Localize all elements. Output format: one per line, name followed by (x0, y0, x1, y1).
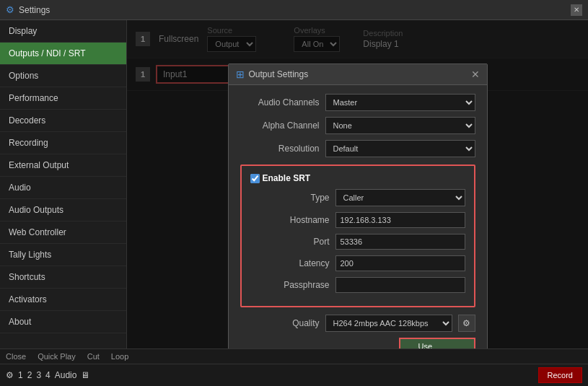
bottom-bar: Close Quick Play Cut Loop ⚙ 1 2 3 4 Audi… (0, 348, 588, 386)
srt-latency-label: Latency (250, 258, 330, 268)
sidebar-item-audio[interactable]: Audio (0, 177, 126, 199)
srt-passphrase-input[interactable] (335, 277, 465, 293)
srt-port-label: Port (250, 237, 330, 247)
srt-port-row: Port (250, 234, 465, 250)
sidebar-item-about[interactable]: About (0, 311, 126, 333)
quality-gear-button[interactable]: ⚙ (458, 315, 475, 332)
sidebar-item-recording[interactable]: Recording (0, 132, 126, 154)
srt-hostname-label: Hostname (250, 215, 330, 225)
quality-row: Quality H264 2mbps AAC 128kbps ⚙ (240, 315, 475, 332)
audio-channels-row: Audio Channels Master (240, 94, 475, 111)
record-button[interactable]: Record (538, 367, 582, 383)
bottom-audio-label: Audio (55, 370, 77, 380)
bottom-label-cut: Cut (87, 352, 100, 361)
bottom-bar-bottom: ⚙ 1 2 3 4 Audio 🖥 Record (0, 364, 588, 386)
grid-icon: ⊞ (236, 69, 245, 80)
srt-section: Enable SRT Type Caller Hostname (240, 165, 475, 307)
bottom-monitor-icon: 🖥 (81, 370, 89, 380)
settings-icon: ⚙ (6, 4, 14, 15)
srt-type-row: Type Caller (250, 189, 465, 206)
window-title: Settings (19, 5, 571, 15)
sidebar-item-display[interactable]: Display (0, 20, 126, 43)
close-window-button[interactable]: ✕ (571, 4, 582, 16)
modal-titlebar: ⊞ Output Settings ✕ (229, 64, 487, 85)
quality-select[interactable]: H264 2mbps AAC 128kbps (325, 315, 452, 332)
sidebar-item-tally-lights[interactable]: Tally Lights (0, 244, 126, 266)
quality-label: Quality (240, 318, 320, 328)
srt-header: Enable SRT (250, 173, 465, 183)
bottom-num-4: 4 (45, 370, 51, 380)
audio-channels-label: Audio Channels (240, 97, 320, 108)
modal-title-text: ⊞ Output Settings (236, 69, 309, 80)
sidebar-item-performance[interactable]: Performance (0, 87, 126, 110)
bottom-num-3: 3 (36, 370, 41, 380)
content-area: 1 Fullscreen Source Output Overlays All … (127, 20, 588, 386)
modal-title: Output Settings (249, 69, 309, 79)
srt-type-select[interactable]: Caller (335, 189, 465, 206)
audio-channels-select[interactable]: Master (325, 94, 475, 111)
window-controls: ✕ (571, 4, 582, 16)
sidebar-item-shortcuts[interactable]: Shortcuts (0, 266, 126, 289)
srt-hostname-input[interactable] (335, 212, 465, 228)
srt-port-input[interactable] (335, 234, 465, 250)
sidebar-item-options[interactable]: Options (0, 65, 126, 87)
modal-overlay: ⊞ Output Settings ✕ Audio Channels Maste… (127, 20, 588, 386)
alpha-channel-label: Alpha Channel (240, 120, 320, 131)
sidebar-item-activators[interactable]: Activators (0, 289, 126, 311)
bottom-label-close: Close (6, 352, 26, 361)
sidebar: Display Outputs / NDI / SRT Options Perf… (0, 20, 127, 386)
alpha-channel-select[interactable]: None (325, 117, 475, 134)
srt-passphrase-label: Passphrase (250, 280, 330, 290)
modal-close-button[interactable]: ✕ (471, 69, 480, 80)
sidebar-item-outputs[interactable]: Outputs / NDI / SRT (0, 43, 126, 65)
resolution-select[interactable]: Default (325, 140, 475, 157)
sidebar-item-web-controller[interactable]: Web Controller (0, 221, 126, 244)
bottom-label-quickplay: Quick Play (38, 352, 76, 361)
sidebar-item-decoders[interactable]: Decoders (0, 110, 126, 132)
resolution-label: Resolution (240, 144, 320, 154)
bottom-label-loop: Loop (111, 352, 128, 361)
quality-gear-icon: ⚙ (462, 318, 470, 328)
resolution-row: Resolution Default (240, 140, 475, 157)
bottom-num-1: 1 (18, 370, 23, 380)
bottom-bar-top: Close Quick Play Cut Loop (0, 349, 588, 364)
modal-body: Audio Channels Master Alpha Channel None (229, 85, 487, 381)
main-layout: Display Outputs / NDI / SRT Options Perf… (0, 20, 588, 386)
srt-latency-row: Latency (250, 255, 465, 271)
bottom-num-2: 2 (27, 370, 32, 380)
alpha-channel-row: Alpha Channel None (240, 117, 475, 134)
sidebar-item-external-output[interactable]: External Output (0, 154, 126, 177)
srt-latency-input[interactable] (335, 255, 465, 271)
enable-srt-checkbox[interactable] (250, 174, 260, 183)
srt-type-label: Type (250, 193, 330, 203)
bottom-gear-icon: ⚙ (6, 370, 14, 380)
titlebar: ⚙ Settings ✕ (0, 0, 588, 20)
enable-srt-text: Enable SRT (263, 173, 311, 183)
output-settings-modal: ⊞ Output Settings ✕ Audio Channels Maste… (228, 63, 488, 386)
sidebar-item-audio-outputs[interactable]: Audio Outputs (0, 199, 126, 221)
srt-passphrase-row: Passphrase (250, 277, 465, 293)
srt-hostname-row: Hostname (250, 212, 465, 228)
enable-srt-label[interactable]: Enable SRT (250, 173, 311, 183)
